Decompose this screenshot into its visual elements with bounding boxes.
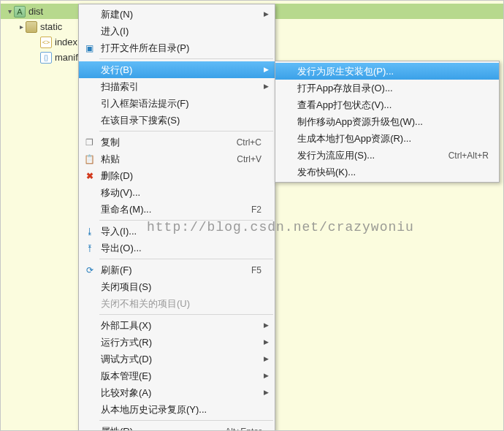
app-folder-icon: A — [14, 6, 26, 18]
menu-paste[interactable]: 📋粘贴Ctrl+V — [79, 150, 275, 167]
context-menu: 新建(N) 进入(I) ▣打开文件所在目录(P) 发行(B) 扫描索引 引入框架… — [78, 4, 275, 431]
menu-new[interactable]: 新建(N) — [79, 6, 275, 23]
json-file-icon: {} — [40, 52, 52, 64]
menu-restore-history[interactable]: 从本地历史记录复原(Y)... — [79, 401, 275, 418]
submenu-local-resource[interactable]: 生成本地打包App资源(R)... — [275, 130, 499, 147]
submenu-qrcode[interactable]: 发布快码(K)... — [275, 164, 499, 180]
menu-framework-hint[interactable]: 引入框架语法提示(F) — [79, 95, 275, 112]
menu-version-mgmt[interactable]: 版本管理(E) — [79, 367, 275, 384]
copy-icon: ❐ — [83, 136, 96, 148]
refresh-icon: ⟳ — [83, 264, 96, 276]
menu-close-project[interactable]: 关闭项目(S) — [79, 278, 275, 295]
html-file-icon: <> — [40, 37, 52, 48]
menu-close-unrelated: 关闭不相关的项目(U) — [79, 295, 275, 312]
expand-icon[interactable] — [5, 7, 14, 15]
open-folder-icon: ▣ — [83, 42, 96, 54]
tree-label: dist — [28, 6, 43, 17]
menu-scan-index[interactable]: 扫描索引 — [79, 78, 275, 95]
export-icon: ⭱ — [83, 242, 96, 254]
separator — [99, 259, 273, 259]
separator — [99, 420, 273, 421]
menu-copy[interactable]: ❐复制Ctrl+C — [79, 134, 275, 150]
menu-open-location[interactable]: ▣打开文件所在目录(P) — [79, 39, 275, 56]
tree-label: static — [40, 21, 62, 32]
separator — [99, 131, 273, 131]
menu-export[interactable]: ⭱导出(O)... — [79, 240, 275, 256]
separator — [99, 314, 273, 315]
menu-debug-as[interactable]: 调试方式(D) — [79, 351, 275, 367]
submenu-stream-app[interactable]: 发行为流应用(S)...Ctrl+Alt+R — [275, 147, 499, 164]
separator — [99, 220, 273, 221]
submenu-native-package[interactable]: 发行为原生安装包(P)... — [275, 63, 499, 80]
expand-icon[interactable] — [17, 23, 26, 31]
menu-move[interactable]: 移动(V)... — [79, 184, 275, 201]
delete-icon: ✖ — [83, 169, 96, 182]
publish-submenu: 发行为原生安装包(P)... 打开App存放目录(O)... 查看App打包状态… — [275, 61, 500, 183]
separator — [99, 58, 273, 59]
menu-compare[interactable]: 比较对象(A) — [79, 384, 275, 401]
menu-properties[interactable]: 属性(R)Alt+Enter — [79, 423, 275, 431]
menu-delete[interactable]: ✖删除(D) — [79, 167, 275, 184]
menu-search-dir[interactable]: 在该目录下搜索(S) — [79, 112, 275, 129]
folder-icon — [26, 21, 37, 33]
submenu-make-upgrade[interactable]: 制作移动App资源升级包(W)... — [275, 113, 499, 130]
import-icon: ⭳ — [83, 225, 96, 237]
menu-into[interactable]: 进入(I) — [79, 23, 275, 39]
menu-publish[interactable]: 发行(B) — [79, 61, 275, 78]
menu-external-tools[interactable]: 外部工具(X) — [79, 317, 275, 334]
menu-run-as[interactable]: 运行方式(R) — [79, 334, 275, 351]
paste-icon: 📋 — [83, 153, 96, 165]
menu-import[interactable]: ⭳导入(I)... — [79, 223, 275, 240]
menu-refresh[interactable]: ⟳刷新(F)F5 — [79, 262, 275, 278]
submenu-pack-status[interactable]: 查看App打包状态(V)... — [275, 96, 499, 113]
submenu-open-app-dir[interactable]: 打开App存放目录(O)... — [275, 80, 499, 96]
menu-rename[interactable]: 重命名(M)...F2 — [79, 201, 275, 218]
